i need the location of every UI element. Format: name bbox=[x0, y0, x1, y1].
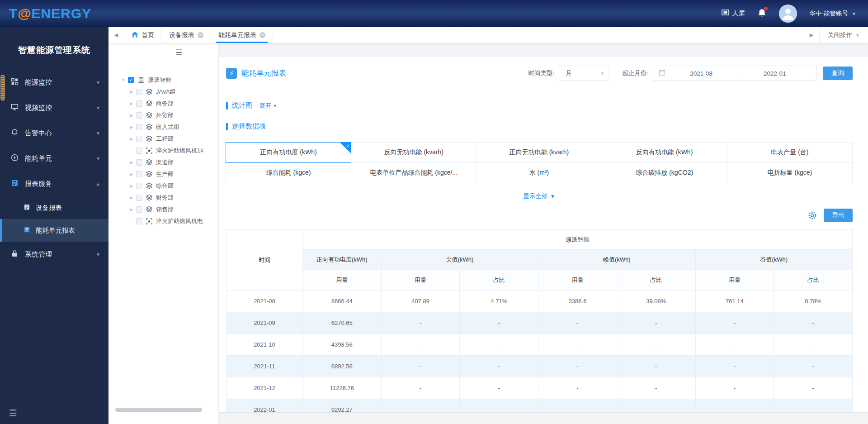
checkbox[interactable] bbox=[136, 124, 142, 130]
chevron-down-icon: ▼ bbox=[96, 131, 100, 136]
system-manage-icon bbox=[11, 250, 19, 259]
date-range-label: 起止月份: bbox=[622, 69, 648, 77]
sidebar-subitem-1[interactable]: 能耗单元报表 bbox=[0, 219, 108, 242]
data-item-button-3[interactable]: 反向有功电能 (kWh) bbox=[602, 142, 727, 163]
sidebar-item-5[interactable]: 系统管理 ▼ bbox=[0, 242, 108, 267]
tree-item-8[interactable]: ▶ 生产部 bbox=[108, 168, 218, 180]
tree-item-11[interactable]: ▶ 销售部 bbox=[108, 204, 218, 215]
column-settings-gear-icon[interactable] bbox=[807, 210, 817, 220]
sidebar-collapse-icon[interactable]: ☰ bbox=[9, 408, 17, 419]
data-item-label: 电表单位产品综合能耗 (kgce/... bbox=[370, 169, 458, 177]
collapse-icon[interactable]: ▼ bbox=[120, 78, 127, 82]
query-button[interactable]: 查询 bbox=[823, 67, 853, 80]
date-to-value: 2022-01 bbox=[739, 70, 811, 77]
tree-item-7[interactable]: ▶ 渠道部 bbox=[108, 157, 218, 168]
tree-item-1[interactable]: ▶ JAVA组 bbox=[108, 86, 218, 98]
tree-item-9[interactable]: ▶ 综合部 bbox=[108, 180, 218, 192]
section-marker bbox=[226, 123, 228, 130]
cell-value: - bbox=[774, 334, 853, 356]
tab-2[interactable]: 能耗单元报表✕ bbox=[211, 27, 273, 43]
tree-item-label: 综合部 bbox=[156, 182, 174, 190]
tab-1[interactable]: 设备报表✕ bbox=[161, 27, 211, 43]
tree-item-3[interactable]: ▶ 外贸部 bbox=[108, 110, 218, 121]
close-operations-menu[interactable]: 关闭操作 ▼ bbox=[819, 27, 868, 43]
checkbox[interactable] bbox=[136, 183, 142, 189]
expand-icon[interactable]: ▶ bbox=[128, 113, 135, 118]
expand-icon[interactable]: ▶ bbox=[128, 160, 135, 165]
data-item-button-2[interactable]: 正向无功电能 (kvarh) bbox=[476, 142, 602, 163]
sidebar-item-1[interactable]: 视频监控 ▼ bbox=[0, 95, 108, 120]
big-screen-button[interactable]: 大屏 bbox=[722, 10, 745, 18]
checkbox[interactable] bbox=[136, 112, 142, 119]
chart-expand-toggle[interactable]: 展开 ▼ bbox=[259, 102, 277, 110]
cell-value: - bbox=[460, 356, 538, 377]
checkbox[interactable] bbox=[136, 206, 142, 213]
sidebar-item-3[interactable]: 能耗单元 ▼ bbox=[0, 146, 108, 171]
checkbox[interactable] bbox=[136, 89, 142, 95]
expand-icon[interactable]: ▶ bbox=[128, 137, 135, 141]
checkbox[interactable] bbox=[136, 171, 142, 177]
brand-logo: T@ENERGY bbox=[9, 6, 91, 21]
tree-item-root[interactable]: ▼✓ 康派智能 bbox=[108, 74, 218, 86]
sidebar-item-0[interactable]: 能源监控 ▼ bbox=[0, 70, 108, 95]
tabs-scroll-right-icon[interactable]: ▶ bbox=[804, 27, 819, 43]
data-item-button-0[interactable]: 正向有功电度 (kWh)✓ bbox=[226, 142, 351, 163]
expand-icon[interactable]: ▶ bbox=[128, 207, 135, 212]
tree-item-12[interactable]: 淬火炉助燃风机电 bbox=[108, 215, 218, 227]
time-type-value: 月 bbox=[566, 69, 572, 77]
expand-icon[interactable]: ▶ bbox=[128, 90, 135, 94]
avatar[interactable] bbox=[779, 5, 797, 23]
checkbox[interactable] bbox=[136, 148, 142, 154]
chevron-down-icon: ▼ bbox=[96, 80, 100, 85]
tab-0[interactable]: 首页 bbox=[124, 27, 161, 43]
account-menu[interactable]: 华中-能管账号 ▼ bbox=[810, 10, 856, 18]
close-icon[interactable]: ✕ bbox=[259, 32, 265, 38]
sidebar-scroll-stripe[interactable] bbox=[1, 75, 5, 100]
data-item-label: 水 (m³) bbox=[529, 169, 549, 177]
tabbar-right: ▶ 关闭操作 ▼ bbox=[804, 27, 868, 43]
checkbox[interactable] bbox=[136, 136, 142, 142]
tree-item-4[interactable]: ▶ 嵌入式组 bbox=[108, 121, 218, 133]
tree-hscrollbar[interactable] bbox=[115, 408, 202, 412]
data-item-button-8[interactable]: 综合碳排放 (kgCO2) bbox=[602, 162, 727, 183]
data-item-button-4[interactable]: 电表产量 (台) bbox=[727, 142, 853, 163]
month-range-input[interactable]: 2021-08 - 2022-01 bbox=[653, 66, 816, 81]
data-item-button-9[interactable]: 电折标量 (kgce) bbox=[727, 162, 853, 183]
notification-bell-button[interactable] bbox=[758, 9, 766, 19]
tree-item-2[interactable]: ▶ 商务部 bbox=[108, 98, 218, 110]
content-hscrollbar-track[interactable] bbox=[219, 412, 868, 424]
checkbox[interactable] bbox=[136, 100, 142, 107]
expand-icon[interactable]: ▶ bbox=[128, 101, 135, 106]
export-button[interactable]: 导出 bbox=[824, 209, 853, 222]
tab-label: 首页 bbox=[142, 31, 154, 39]
data-item-button-7[interactable]: 水 (m³) bbox=[476, 162, 602, 183]
tree-item-6[interactable]: 淬火炉助燃风机1# bbox=[108, 145, 218, 157]
sidebar-subitem-0[interactable]: 设备报表 bbox=[0, 196, 108, 219]
data-item-button-1[interactable]: 反向无功电能 (kvarh) bbox=[351, 142, 476, 163]
tree-item-5[interactable]: ▶ 工程部 bbox=[108, 133, 218, 145]
checkbox-checked[interactable]: ✓ bbox=[128, 77, 134, 83]
checkbox[interactable] bbox=[136, 195, 142, 201]
cell-value: - bbox=[617, 312, 695, 334]
time-type-select[interactable]: 月 ▼ bbox=[559, 66, 609, 81]
tree-menu-icon[interactable]: ☰ bbox=[175, 48, 182, 57]
data-items-section-title: 选择数据项 bbox=[232, 122, 266, 131]
data-item-button-6[interactable]: 电表单位产品综合能耗 (kgce/... bbox=[351, 162, 476, 183]
data-item-button-5[interactable]: 综合能耗 (kgce) bbox=[226, 162, 351, 183]
sidebar-item-label: 报表服务 bbox=[25, 180, 96, 188]
expand-icon[interactable]: ▶ bbox=[128, 184, 135, 188]
show-all-toggle[interactable]: 显示全部▼ bbox=[226, 192, 853, 200]
account-name: 华中-能管账号 bbox=[810, 10, 849, 18]
checkbox[interactable] bbox=[136, 218, 142, 224]
sidebar-item-4[interactable]: 报表服务 ▲ bbox=[0, 171, 108, 196]
cell-value: - bbox=[617, 356, 695, 377]
sidebar-item-2[interactable]: 告警中心 ▼ bbox=[0, 120, 108, 146]
tabs-scroll-left-icon[interactable]: ◀ bbox=[108, 27, 124, 43]
layers-icon bbox=[146, 112, 153, 119]
tree-item-10[interactable]: ▶ 财务部 bbox=[108, 192, 218, 204]
expand-icon[interactable]: ▶ bbox=[128, 125, 135, 129]
expand-icon[interactable]: ▶ bbox=[128, 195, 135, 200]
expand-icon[interactable]: ▶ bbox=[128, 172, 135, 176]
close-icon[interactable]: ✕ bbox=[198, 32, 203, 38]
checkbox[interactable] bbox=[136, 159, 142, 166]
